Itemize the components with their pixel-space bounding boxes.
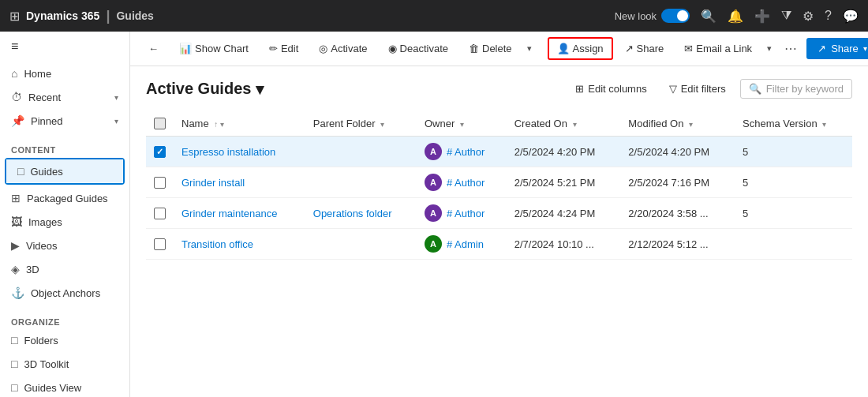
assign-label: Assign xyxy=(573,43,604,54)
object-anchors-icon: ⚓ xyxy=(11,287,24,299)
edit-columns-label: Edit columns xyxy=(588,83,646,95)
sidebar-item-images[interactable]: 🖼 Images xyxy=(0,210,129,234)
sidebar-item-folders[interactable]: □ Folders xyxy=(0,328,129,352)
toolbar-chevron-button[interactable]: ▾ xyxy=(524,39,535,58)
col-parent-folder[interactable]: Parent Folder ▾ xyxy=(305,111,417,137)
row-owner-link-3[interactable]: # Admin xyxy=(447,238,484,250)
sidebar-item-packaged-guides[interactable]: ⊞ Packaged Guides xyxy=(0,186,129,210)
activate-button[interactable]: ◎ Activate xyxy=(310,38,376,59)
row-owner-link-2[interactable]: # Author xyxy=(447,208,485,219)
row-name-link-3[interactable]: Transition office xyxy=(181,238,253,250)
waffle-icon[interactable]: ⊞ xyxy=(9,9,20,24)
sidebar-item-3d-toolkit-label: 3D Toolkit xyxy=(24,358,69,370)
show-chart-button[interactable]: 📊 Show Chart xyxy=(170,38,257,59)
col-owner[interactable]: Owner ▾ xyxy=(417,111,507,137)
email-link-button[interactable]: ✉ Email a Link xyxy=(675,38,761,59)
edit-filters-icon: ▽ xyxy=(669,83,677,95)
table-row[interactable]: Espresso installationA# Author2/5/2024 4… xyxy=(146,137,852,167)
sidebar-item-3d[interactable]: ◈ 3D xyxy=(0,257,129,281)
assign-icon: 👤 xyxy=(557,43,570,54)
col-schema-version-label: Schema Version xyxy=(743,118,817,129)
table-row[interactable]: Grinder maintenanceOperations folderA# A… xyxy=(146,198,852,229)
deactivate-label: Deactivate xyxy=(400,43,448,54)
col-schema-version-chevron: ▾ xyxy=(822,120,826,129)
edit-button[interactable]: ✏ Edit xyxy=(260,38,307,59)
table-row[interactable]: Grinder installA# Author2/5/2024 5:21 PM… xyxy=(146,167,852,198)
row-avatar-3: A xyxy=(425,235,442,253)
sidebar-item-guides[interactable]: □ Guides xyxy=(6,159,123,183)
chat-button[interactable]: 💬 xyxy=(843,9,859,24)
edit-columns-button[interactable]: ⊞ Edit columns xyxy=(567,79,654,99)
new-look-label: New look xyxy=(615,10,657,22)
sidebar-item-object-anchors[interactable]: ⚓ Object Anchors xyxy=(0,281,129,305)
content-title-chevron: ▾ xyxy=(256,80,264,99)
deactivate-button[interactable]: ◉ Deactivate xyxy=(380,38,457,59)
row-created-0: 2/5/2024 4:20 PM xyxy=(507,137,621,167)
row-checkbox-2[interactable] xyxy=(154,208,166,219)
row-name-link-0[interactable]: Espresso installation xyxy=(181,146,275,158)
settings-button[interactable]: ⚙ xyxy=(803,9,814,24)
col-name[interactable]: Name ↑ ▾ xyxy=(174,111,305,137)
sidebar-item-guides-label: Guides xyxy=(30,166,62,178)
sidebar-item-home[interactable]: ⌂ Home xyxy=(0,62,129,85)
table-header: Name ↑ ▾ Parent Folder ▾ Owner ▾ Creat xyxy=(146,111,852,137)
sidebar-item-images-label: Images xyxy=(28,216,62,228)
bell-button[interactable]: 🔔 xyxy=(728,9,743,24)
row-owner-link-1[interactable]: # Author xyxy=(447,177,485,189)
sidebar-item-pinned-label: Pinned xyxy=(31,115,62,127)
guides-view-icon: □ xyxy=(11,381,17,394)
col-created-on-chevron: ▾ xyxy=(573,120,577,129)
row-checkbox-0[interactable] xyxy=(154,146,166,158)
nav-divider: | xyxy=(106,8,110,24)
sidebar-item-object-anchors-label: Object Anchors xyxy=(31,287,100,299)
activate-label: Activate xyxy=(331,43,367,54)
share-blue-button[interactable]: ↗ Share ▾ xyxy=(806,38,868,59)
home-icon: ⌂ xyxy=(11,67,17,80)
folders-icon: □ xyxy=(11,334,17,346)
header-checkbox[interactable] xyxy=(154,118,166,129)
row-owner-link-0[interactable]: # Author xyxy=(447,146,485,158)
row-folder-link-2[interactable]: Operations folder xyxy=(313,208,392,219)
pinned-chevron: ▾ xyxy=(114,117,118,125)
videos-icon: ▶ xyxy=(11,239,20,252)
help-button[interactable]: ? xyxy=(825,9,832,23)
email-label: Email a Link xyxy=(696,43,752,54)
new-look-toggle[interactable]: New look xyxy=(615,9,690,23)
col-modified-on-label: Modified On xyxy=(628,118,683,129)
delete-button[interactable]: 🗑 Delete xyxy=(460,38,521,59)
filter-icon: 🔍 xyxy=(749,83,761,95)
filter-button[interactable]: ⧩ xyxy=(781,9,791,23)
row-name-link-2[interactable]: Grinder maintenance xyxy=(181,208,277,219)
edit-filters-button[interactable]: ▽ Edit filters xyxy=(661,79,734,99)
edit-columns-icon: ⊞ xyxy=(575,83,584,95)
sidebar-item-3d-toolkit[interactable]: □ 3D Toolkit xyxy=(0,352,129,376)
sidebar-item-videos[interactable]: ▶ Videos xyxy=(0,234,129,257)
col-modified-on-chevron: ▾ xyxy=(689,120,693,129)
toolbar-chevron-button-2[interactable]: ▾ xyxy=(764,39,775,58)
hamburger-icon[interactable]: ≡ xyxy=(0,32,129,62)
col-created-on[interactable]: Created On ▾ xyxy=(507,111,621,137)
filter-input-wrapper[interactable]: 🔍 Filter by keyword xyxy=(740,79,852,99)
row-checkbox-3[interactable] xyxy=(154,238,166,250)
images-icon: 🖼 xyxy=(11,215,22,228)
share-icon: ↗ xyxy=(625,43,634,54)
row-avatar-0: A xyxy=(425,143,442,160)
top-nav-right: New look 🔍 🔔 ➕ ⧩ ⚙ ? 💬 xyxy=(615,9,859,24)
sidebar-item-recent[interactable]: ⏱ Recent ▾ xyxy=(0,85,129,109)
search-button[interactable]: 🔍 xyxy=(701,9,716,24)
col-created-on-label: Created On xyxy=(514,118,567,129)
toggle-switch[interactable] xyxy=(661,9,690,23)
col-schema-version[interactable]: Schema Version ▾ xyxy=(735,111,852,137)
plus-button[interactable]: ➕ xyxy=(754,9,770,24)
row-checkbox-1[interactable] xyxy=(154,177,166,189)
row-name-link-1[interactable]: Grinder install xyxy=(181,177,245,189)
show-chart-label: Show Chart xyxy=(195,43,249,54)
table-row[interactable]: Transition officeA# Admin2/7/2024 10:10 … xyxy=(146,229,852,260)
assign-button[interactable]: 👤 Assign xyxy=(548,37,613,60)
toolbar-more-button[interactable]: ⋯ xyxy=(778,37,803,60)
sidebar-item-guides-view[interactable]: □ Guides View xyxy=(0,376,129,397)
back-button[interactable]: ← xyxy=(140,38,167,59)
col-modified-on[interactable]: Modified On ▾ xyxy=(620,111,735,137)
sidebar-item-pinned[interactable]: 📌 Pinned ▾ xyxy=(0,109,129,133)
share-button[interactable]: ↗ Share xyxy=(616,38,673,59)
